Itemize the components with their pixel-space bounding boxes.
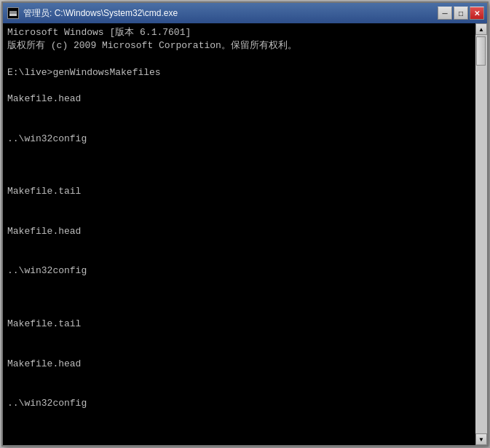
- close-button[interactable]: ✕: [470, 7, 484, 20]
- scrollbar-thumb[interactable]: [476, 36, 486, 66]
- maximize-button[interactable]: □: [454, 7, 468, 20]
- window-title: 管理员: C:\Windows\System32\cmd.exe: [23, 7, 178, 20]
- content-area: Microsoft Windows [版本 6.1.7601] 版权所有 (c)…: [3, 23, 487, 445]
- window-controls: ─ □ ✕: [438, 7, 484, 20]
- cmd-icon: [7, 7, 19, 19]
- titlebar-left: 管理员: C:\Windows\System32\cmd.exe: [7, 7, 178, 20]
- titlebar: 管理员: C:\Windows\System32\cmd.exe ─ □ ✕: [3, 3, 487, 23]
- scroll-up-button[interactable]: ▲: [475, 23, 487, 35]
- scrollbar-track[interactable]: [475, 35, 487, 433]
- terminal-output[interactable]: Microsoft Windows [版本 6.1.7601] 版权所有 (c)…: [3, 23, 475, 445]
- cmd-icon-inner: [9, 11, 17, 16]
- cmd-window: 管理员: C:\Windows\System32\cmd.exe ─ □ ✕ M…: [1, 1, 489, 447]
- scroll-down-button[interactable]: ▼: [475, 433, 487, 445]
- scrollbar[interactable]: ▲ ▼: [475, 23, 487, 445]
- minimize-button[interactable]: ─: [438, 7, 452, 20]
